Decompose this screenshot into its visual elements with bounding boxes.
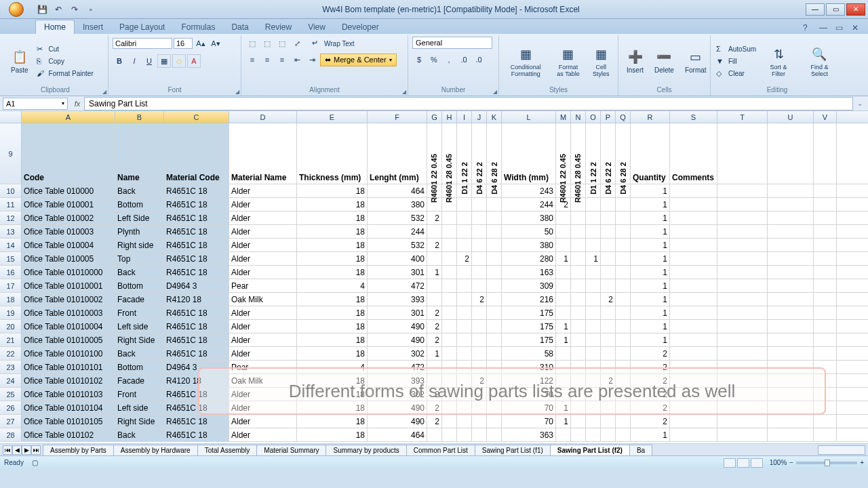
cell[interactable] xyxy=(571,428,586,441)
cell[interactable] xyxy=(427,252,442,265)
cell[interactable]: 18 xyxy=(297,252,368,265)
cell[interactable]: Right Side xyxy=(115,333,164,346)
cell[interactable]: Oak Milk xyxy=(229,293,297,306)
cell[interactable] xyxy=(616,239,631,251)
row-header[interactable]: 20 xyxy=(0,320,22,333)
cell[interactable]: 175 xyxy=(502,306,556,319)
cell[interactable] xyxy=(616,279,631,292)
cell[interactable] xyxy=(487,306,502,319)
formula-bar-expand-icon[interactable]: ⌄ xyxy=(857,100,868,107)
increase-font-icon[interactable]: A▴ xyxy=(194,37,208,50)
cell[interactable]: Alder xyxy=(229,266,297,279)
col-header-H[interactable]: H xyxy=(442,111,457,123)
cell[interactable]: Back xyxy=(115,428,164,441)
cell[interactable] xyxy=(472,333,487,346)
cell[interactable]: 490 xyxy=(368,415,427,428)
cell[interactable]: 2 xyxy=(427,211,442,224)
row-header[interactable]: 23 xyxy=(0,361,22,373)
row-header[interactable]: 9 xyxy=(0,123,22,184)
row-header[interactable]: 16 xyxy=(0,266,22,279)
cell[interactable] xyxy=(768,293,814,306)
cell[interactable] xyxy=(601,428,616,441)
cell[interactable]: Material Name xyxy=(229,123,297,184)
cell[interactable]: 58 xyxy=(502,347,556,360)
fill-color-icon[interactable]: ◇ xyxy=(172,54,186,68)
cell[interactable]: 1 xyxy=(631,266,670,279)
row-header[interactable]: 11 xyxy=(0,198,22,211)
cell[interactable]: 301 xyxy=(368,306,427,319)
cell[interactable] xyxy=(616,211,631,224)
cell[interactable]: 1 xyxy=(631,252,670,265)
cell[interactable] xyxy=(571,293,586,306)
cell[interactable]: D4 6 22 2 xyxy=(601,123,616,184)
cell[interactable] xyxy=(601,211,616,224)
cell[interactable] xyxy=(768,198,814,211)
cell[interactable] xyxy=(717,266,768,279)
paste-button[interactable]: 📋Paste xyxy=(7,47,33,75)
cell[interactable] xyxy=(586,198,601,211)
cell[interactable]: 18 xyxy=(297,225,368,238)
italic-icon[interactable]: I xyxy=(127,54,141,68)
cell[interactable]: Ofice Table 010000 xyxy=(22,184,115,197)
row-header[interactable]: 25 xyxy=(0,388,22,401)
cell[interactable]: R4651C 18 xyxy=(164,320,229,333)
cell[interactable]: Ofice Table 010102 xyxy=(22,428,115,441)
align-left-icon[interactable]: ≡ xyxy=(245,53,259,66)
cell[interactable]: 1 xyxy=(631,184,670,197)
col-header-F[interactable]: F xyxy=(368,111,427,123)
col-header-U[interactable]: U xyxy=(768,111,814,123)
col-header-T[interactable]: T xyxy=(717,111,768,123)
cell[interactable]: Ofice Table 01010002 xyxy=(22,293,115,306)
cell[interactable] xyxy=(717,428,768,441)
cell[interactable] xyxy=(601,415,616,428)
cell[interactable] xyxy=(601,239,616,251)
cell[interactable] xyxy=(556,428,571,441)
cell[interactable] xyxy=(717,306,768,319)
page-layout-view-icon[interactable] xyxy=(737,458,749,468)
cell[interactable] xyxy=(457,239,472,251)
cell[interactable]: 175 xyxy=(502,320,556,333)
cell[interactable] xyxy=(717,252,768,265)
cell[interactable]: 380 xyxy=(502,239,556,251)
cell[interactable]: 400 xyxy=(368,252,427,265)
cell[interactable] xyxy=(457,428,472,441)
page-break-view-icon[interactable] xyxy=(751,458,763,468)
cell[interactable]: Code xyxy=(22,123,115,184)
cell[interactable] xyxy=(586,293,601,306)
cell[interactable]: 1 xyxy=(556,320,571,333)
cell[interactable] xyxy=(670,279,717,292)
align-bottom-icon[interactable]: ⬚ xyxy=(275,37,289,50)
cell[interactable] xyxy=(814,211,837,224)
cell[interactable]: Back xyxy=(115,266,164,279)
cell[interactable] xyxy=(586,211,601,224)
cell[interactable] xyxy=(616,415,631,428)
cell[interactable] xyxy=(616,266,631,279)
cell[interactable] xyxy=(670,306,717,319)
cell[interactable]: Pear xyxy=(229,279,297,292)
cell[interactable]: 2 xyxy=(427,333,442,346)
cell[interactable] xyxy=(571,266,586,279)
cell[interactable] xyxy=(601,347,616,360)
col-header-M[interactable]: M xyxy=(556,111,571,123)
cell[interactable] xyxy=(768,415,814,428)
cell[interactable]: R4651C 18 xyxy=(164,415,229,428)
cell[interactable] xyxy=(768,279,814,292)
cell[interactable]: Ofice Table 010001 xyxy=(22,198,115,211)
cell[interactable]: Ofice Table 01010102 xyxy=(22,374,115,387)
cell[interactable]: 380 xyxy=(368,198,427,211)
cell[interactable]: 1 xyxy=(556,333,571,346)
cell[interactable] xyxy=(616,320,631,333)
cell[interactable]: Ofice Table 01010000 xyxy=(22,266,115,279)
cell[interactable]: 1 xyxy=(427,266,442,279)
cell[interactable]: 18 xyxy=(297,320,368,333)
cell[interactable] xyxy=(472,252,487,265)
cell[interactable] xyxy=(457,211,472,224)
row-header[interactable]: 19 xyxy=(0,306,22,319)
decrease-indent-icon[interactable]: ⇤ xyxy=(290,53,304,66)
cell[interactable]: 532 xyxy=(368,211,427,224)
cell[interactable]: 50 xyxy=(502,225,556,238)
comma-icon[interactable]: , xyxy=(442,53,456,66)
cell[interactable]: Back xyxy=(115,347,164,360)
cell[interactable] xyxy=(586,347,601,360)
align-right-icon[interactable]: ≡ xyxy=(275,53,289,66)
